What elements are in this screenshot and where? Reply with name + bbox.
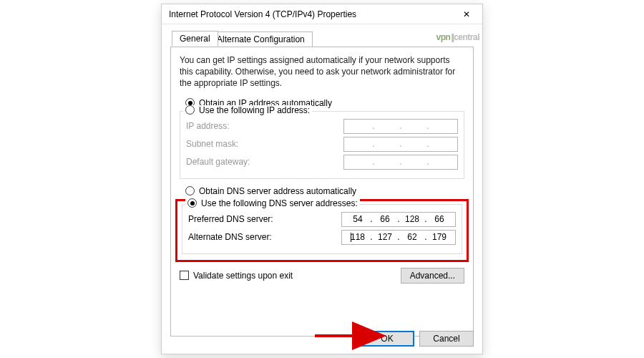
dialog-window: Internet Protocol Version 4 (TCP/IPv4) P… <box>161 4 483 354</box>
default-gateway-input: ... <box>343 155 458 170</box>
ip-address-label: IP address: <box>186 121 229 131</box>
radio-icon <box>185 105 195 115</box>
alternate-dns-label: Alternate DNS server: <box>188 232 272 242</box>
dialog-buttons: OK Cancel <box>360 331 474 347</box>
preferred-dns-label: Preferred DNS server: <box>188 214 273 224</box>
default-gateway-label: Default gateway: <box>186 157 250 167</box>
tab-general-panel: You can get IP settings assigned automat… <box>170 47 474 337</box>
radio-icon <box>185 186 195 195</box>
close-icon: ✕ <box>463 9 470 19</box>
dialog-content: General Alternate Configuration You can … <box>162 24 482 344</box>
cancel-button[interactable]: Cancel <box>419 331 474 347</box>
radio-dns-auto[interactable]: Obtain DNS server address automatically <box>185 186 464 196</box>
subnet-mask-input: ... <box>343 137 458 152</box>
validate-label: Validate settings upon exit <box>193 271 293 281</box>
radio-label: Use the following DNS server addresses: <box>201 198 358 208</box>
radio-dns-manual[interactable]: Use the following DNS server addresses: <box>185 198 360 208</box>
tab-general[interactable]: General <box>172 31 218 47</box>
highlight-annotation: Use the following DNS server addresses: … <box>175 199 469 262</box>
radio-ip-manual[interactable]: Use the following IP address: <box>183 105 312 115</box>
checkbox-icon <box>180 271 189 280</box>
radio-label: Use the following IP address: <box>199 105 310 115</box>
preferred-dns-input[interactable]: 54. 66. 128. 66 <box>341 212 456 227</box>
radio-icon <box>187 198 197 208</box>
titlebar: Internet Protocol Version 4 (TCP/IPv4) P… <box>162 4 482 24</box>
ip-manual-fieldset: Use the following IP address: IP address… <box>180 111 464 179</box>
ok-button[interactable]: OK <box>360 331 414 347</box>
ip-address-input: ... <box>343 119 458 134</box>
intro-text: You can get IP settings assigned automat… <box>180 54 464 90</box>
validate-checkbox[interactable]: Validate settings upon exit <box>180 271 293 281</box>
advanced-button[interactable]: Advanced... <box>401 268 464 284</box>
radio-label: Obtain DNS server address automatically <box>199 186 356 196</box>
alternate-dns-input[interactable]: 118. 127. 62. 179 <box>341 230 456 245</box>
window-title: Internet Protocol Version 4 (TCP/IPv4) P… <box>169 9 451 19</box>
close-button[interactable]: ✕ <box>451 4 482 24</box>
tab-alternate-config[interactable]: Alternate Configuration <box>209 32 313 47</box>
dns-manual-fieldset: Use the following DNS server addresses: … <box>182 204 462 254</box>
tab-bar: General Alternate Configuration <box>170 30 474 47</box>
subnet-mask-label: Subnet mask: <box>186 139 238 149</box>
